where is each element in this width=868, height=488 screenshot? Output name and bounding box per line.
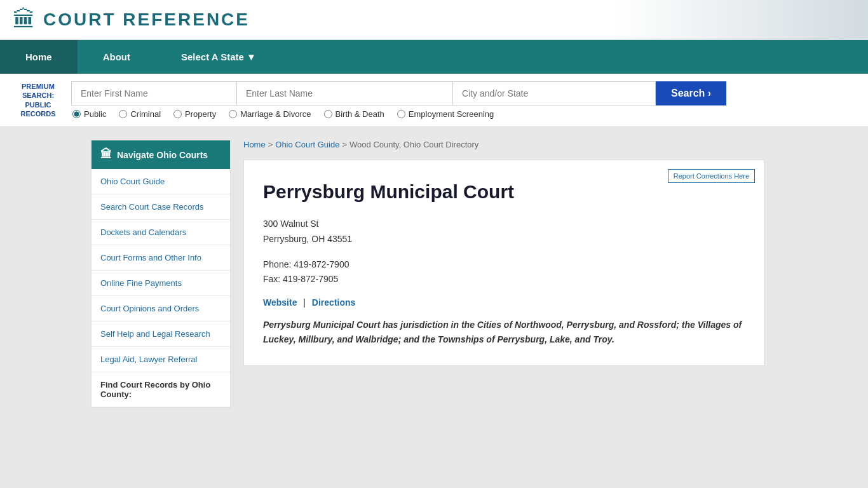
breadcrumb-sep2: > [342,140,347,149]
radio-property-label: Property [185,109,216,119]
radio-public[interactable]: Public [72,109,106,119]
court-links: Website | Directions [263,297,745,308]
court-link-separator: | [303,297,306,308]
sidebar-header-label: Navigate Ohio Courts [117,150,208,160]
breadcrumb: Home > Ohio Court Guide > Wood County, O… [243,140,764,149]
sidebar-legal-aid[interactable]: Legal Aid, Lawyer Referral [92,347,230,372]
sidebar-self-help[interactable]: Self Help and Legal Research [92,322,230,347]
sidebar-online-fine[interactable]: Online Fine Payments [92,271,230,296]
radio-marriage-divorce-label: Marriage & Divorce [240,109,311,119]
court-phone-block: Phone: 419-872-7900 Fax: 419-872-7905 [263,257,745,288]
breadcrumb-ohio-court-guide[interactable]: Ohio Court Guide [275,140,339,149]
court-directions-link[interactable]: Directions [312,297,355,308]
court-website-link[interactable]: Website [263,297,297,308]
nav-about[interactable]: About [78,40,156,74]
radio-employment[interactable]: Employment Screening [397,109,494,119]
city-state-input[interactable] [452,81,656,105]
site-header: 🏛 COURT REFERENCE [0,0,868,40]
nav-home[interactable]: Home [0,40,78,74]
sidebar-dockets-calendars[interactable]: Dockets and Calendars [92,220,230,245]
sidebar-court-forms[interactable]: Court Forms and Other Info [92,245,230,271]
breadcrumb-current: Wood County, Ohio Court Directory [349,140,478,149]
breadcrumb-home[interactable]: Home [243,140,266,149]
sidebar-ohio-court-guide[interactable]: Ohio Court Guide [92,169,230,194]
radio-property[interactable]: Property [173,109,216,119]
radio-employment-label: Employment Screening [409,109,494,119]
site-title: COURT REFERENCE [43,10,250,30]
premium-label: PREMIUM SEARCH: PUBLIC RECORDS [13,82,64,118]
last-name-input[interactable] [236,81,452,105]
breadcrumb-sep1: > [268,140,273,149]
main-nav: Home About Select A State ▼ [0,40,868,74]
radio-criminal[interactable]: Criminal [119,109,161,119]
main-content: 🏛 Navigate Ohio Courts Ohio Court Guide … [85,140,783,408]
building-icon: 🏛 [13,6,36,33]
court-address-line1: 300 Walnut St [263,219,318,229]
radio-marriage-divorce[interactable]: Marriage & Divorce [229,109,311,119]
court-fax: Fax: 419-872-7905 [263,274,338,284]
sidebar-building-icon: 🏛 [100,148,112,161]
search-inputs-row: Search › [71,81,855,105]
sidebar: 🏛 Navigate Ohio Courts Ohio Court Guide … [91,140,231,408]
radio-birth-death[interactable]: Birth & Death [324,109,384,119]
court-phone: Phone: 419-872-7900 [263,259,349,269]
search-radio-row: Public Criminal Property Marriage & Divo… [72,109,855,119]
nav-select-state[interactable]: Select A State ▼ [156,40,281,74]
sidebar-search-court-case[interactable]: Search Court Case Records [92,194,230,220]
court-card: Report Corrections Here Perrysburg Munic… [243,159,764,366]
court-address-line2: Perrysburg, OH 43551 [263,234,352,244]
sidebar-find-records: Find Court Records by Ohio County: [92,372,230,407]
radio-criminal-label: Criminal [130,109,161,119]
radio-public-label: Public [84,109,106,119]
logo-container: 🏛 COURT REFERENCE [13,6,250,33]
court-jurisdiction: Perrysburg Municipal Court has jurisdict… [263,318,745,346]
content-area: Home > Ohio Court Guide > Wood County, O… [231,140,777,408]
search-button[interactable]: Search › [656,81,726,105]
report-corrections-button[interactable]: Report Corrections Here [668,169,755,183]
radio-birth-death-label: Birth & Death [336,109,384,119]
search-inputs-container: Search › Public Criminal Property Marria… [71,81,855,119]
sidebar-header: 🏛 Navigate Ohio Courts [92,140,230,169]
first-name-input[interactable] [71,81,236,105]
court-address: 300 Walnut St Perrysburg, OH 43551 [263,217,745,247]
search-bar: PREMIUM SEARCH: PUBLIC RECORDS Search › … [0,74,868,127]
sidebar-court-opinions[interactable]: Court Opinions and Orders [92,296,230,322]
